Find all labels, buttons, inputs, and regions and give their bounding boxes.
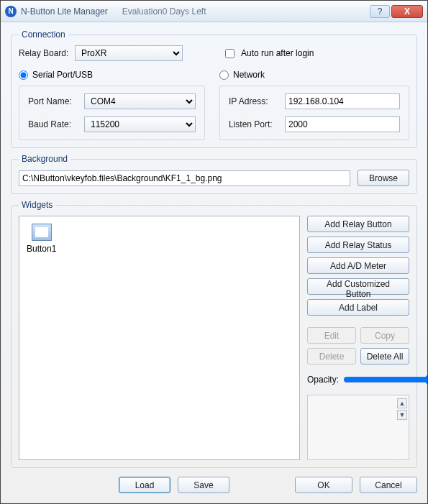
- widget-side-panel: Add Relay Button Add Relay Status Add A/…: [307, 216, 409, 460]
- relay-board-label: Relay Board:: [19, 48, 75, 58]
- listen-port-label: Listen Port:: [229, 119, 281, 129]
- autorun-checkbox[interactable]: Auto run after login: [222, 47, 314, 60]
- cancel-button[interactable]: Cancel: [360, 477, 417, 493]
- network-radio[interactable]: Network: [219, 70, 409, 80]
- titlebar: N N-Button Lite Manager Evaluation0 Days…: [1, 1, 427, 22]
- widget-preview: ▲ ▼: [307, 395, 409, 460]
- opacity-label: Opacity:: [307, 375, 339, 385]
- delete-button: Delete: [307, 348, 356, 365]
- load-button[interactable]: Load: [119, 477, 170, 493]
- widget-item-label: Button1: [27, 244, 56, 254]
- add-ad-meter-button[interactable]: Add A/D Meter: [307, 257, 409, 274]
- window: N N-Button Lite Manager Evaluation0 Days…: [0, 0, 428, 504]
- button-widget-icon: [32, 224, 52, 241]
- opacity-slider[interactable]: [343, 374, 427, 385]
- list-item[interactable]: Button1: [25, 222, 58, 255]
- serial-radio-input[interactable]: [19, 70, 28, 80]
- evaluation-text: Evaluation0 Days Left: [122, 6, 206, 17]
- port-name-label: Port Name:: [28, 96, 80, 106]
- autorun-input[interactable]: [225, 49, 235, 58]
- bottom-bar: Load Save OK Cancel: [11, 474, 417, 493]
- add-relay-status-button[interactable]: Add Relay Status: [307, 237, 409, 253]
- client-area: Connection Relay Board: ProXR Auto run a…: [1, 22, 427, 503]
- network-radio-label: Network: [233, 70, 265, 80]
- scroll-up-icon[interactable]: ▲: [397, 398, 407, 408]
- browse-button[interactable]: Browse: [358, 170, 409, 186]
- ok-button[interactable]: OK: [295, 477, 352, 493]
- baud-rate-select[interactable]: 115200: [84, 116, 196, 132]
- app-icon: N: [5, 6, 17, 17]
- add-customized-button[interactable]: Add Customized Button: [307, 278, 409, 295]
- edit-button: Edit: [307, 327, 356, 344]
- add-label-button[interactable]: Add Label: [307, 299, 409, 316]
- delete-all-button[interactable]: Delete All: [360, 348, 409, 365]
- port-name-select[interactable]: COM4: [84, 93, 196, 109]
- scroll-down-icon[interactable]: ▼: [397, 410, 407, 420]
- widgets-legend: Widgets: [19, 200, 55, 210]
- serial-radio[interactable]: Serial Port/USB: [19, 70, 205, 80]
- app-title: N-Button Lite Manager: [21, 6, 108, 17]
- connection-group: Connection Relay Board: ProXR Auto run a…: [11, 29, 417, 148]
- serial-radio-label: Serial Port/USB: [32, 70, 93, 80]
- close-button[interactable]: X: [391, 5, 423, 18]
- widgets-group: Widgets Button1 Add Relay Button Add Rel…: [11, 200, 417, 468]
- ip-address-label: IP Adress:: [229, 96, 281, 106]
- connection-legend: Connection: [19, 29, 68, 40]
- save-button[interactable]: Save: [178, 477, 229, 493]
- network-radio-input[interactable]: [219, 70, 229, 80]
- copy-button: Copy: [360, 327, 409, 344]
- baud-rate-label: Baud Rate:: [28, 119, 80, 129]
- background-group: Background Browse: [11, 154, 417, 194]
- autorun-label: Auto run after login: [241, 48, 314, 58]
- add-relay-button[interactable]: Add Relay Button: [307, 216, 409, 232]
- widget-list[interactable]: Button1: [19, 216, 300, 460]
- background-legend: Background: [19, 154, 70, 164]
- listen-port-input[interactable]: [285, 116, 400, 132]
- help-button[interactable]: ?: [370, 5, 390, 18]
- background-path-input[interactable]: [19, 170, 350, 186]
- ip-address-input[interactable]: [285, 93, 400, 109]
- relay-board-select[interactable]: ProXR: [75, 45, 183, 61]
